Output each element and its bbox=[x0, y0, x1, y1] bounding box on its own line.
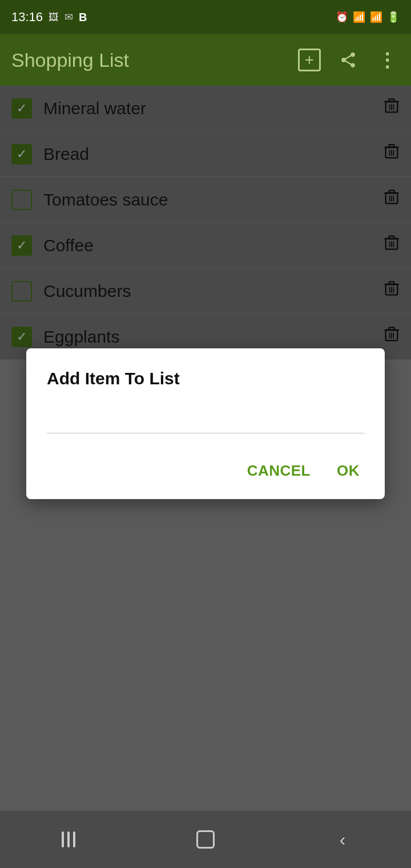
b-icon: B bbox=[79, 11, 87, 24]
dialog-title: Add Item To List bbox=[47, 369, 364, 388]
home-button[interactable] bbox=[188, 822, 223, 857]
back-icon: ‹ bbox=[340, 829, 346, 850]
toolbar: Shopping List + ⋮ bbox=[0, 34, 411, 86]
status-time: 13:16 bbox=[11, 10, 43, 25]
add-item-dialog: Add Item To List CANCEL OK bbox=[26, 348, 385, 499]
alarm-icon: ⏰ bbox=[336, 11, 348, 23]
home-icon bbox=[196, 830, 215, 849]
add-item-button[interactable]: + bbox=[297, 47, 322, 73]
list-container: ✓Mineral water ✓Bread Tomatoes sauce ✓Co… bbox=[0, 86, 411, 360]
back-button[interactable]: ‹ bbox=[325, 822, 360, 857]
recent-apps-button[interactable] bbox=[51, 822, 86, 857]
share-icon bbox=[339, 51, 357, 69]
recent-icon bbox=[62, 831, 75, 847]
email-icon: ✉ bbox=[65, 11, 73, 23]
dim-overlay bbox=[0, 86, 411, 360]
item-name-input[interactable] bbox=[47, 411, 364, 433]
app-title: Shopping List bbox=[11, 49, 297, 71]
toolbar-actions: + ⋮ bbox=[297, 47, 400, 73]
more-options-button[interactable]: ⋮ bbox=[374, 47, 400, 73]
wifi-icon: 📶 bbox=[353, 11, 365, 23]
cancel-button[interactable]: CANCEL bbox=[243, 456, 315, 485]
add-icon: + bbox=[298, 49, 321, 71]
signal-icon: 📶 bbox=[370, 11, 382, 23]
ok-button[interactable]: OK bbox=[332, 456, 364, 485]
bottom-nav: ‹ bbox=[0, 811, 411, 868]
battery-icon: 🔋 bbox=[387, 11, 400, 23]
dialog-buttons: CANCEL OK bbox=[47, 451, 364, 485]
input-underline bbox=[47, 433, 364, 433]
status-bar: 13:16 🖼 ✉ B ⏰ 📶 📶 🔋 bbox=[0, 0, 411, 34]
share-button[interactable] bbox=[336, 47, 361, 73]
status-left: 13:16 🖼 ✉ B bbox=[11, 10, 87, 25]
photo-icon: 🖼 bbox=[49, 11, 59, 23]
status-right: ⏰ 📶 📶 🔋 bbox=[336, 11, 400, 23]
more-icon: ⋮ bbox=[377, 49, 397, 71]
